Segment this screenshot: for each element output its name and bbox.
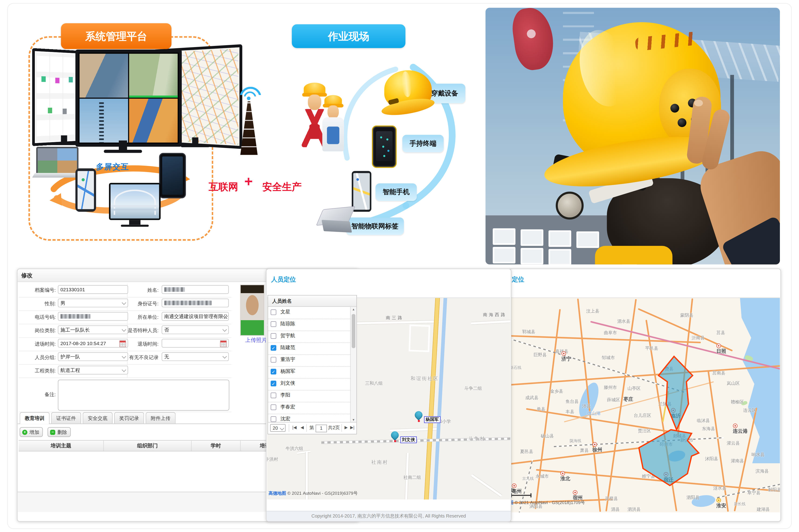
page-number-input[interactable]: 1 xyxy=(316,424,327,432)
list-item[interactable]: 陆琼陈 xyxy=(268,319,350,331)
person-checkbox[interactable] xyxy=(270,357,276,363)
person-name: 董浩宇 xyxy=(281,356,295,363)
window xyxy=(549,230,571,247)
form-select[interactable]: 男 xyxy=(58,299,128,307)
map-label: 三和八组 xyxy=(365,381,383,387)
device-label-bar: 智能物联网标签 xyxy=(346,217,404,235)
person-name: 陆建范 xyxy=(281,344,295,351)
list-item[interactable]: ✓杨国军 xyxy=(268,366,350,379)
column-header: 培训主题 xyxy=(19,441,104,451)
field-value: 否 xyxy=(164,327,169,332)
tab-证书证件[interactable]: 证书证件 xyxy=(51,412,81,424)
list-item[interactable]: 李阳 xyxy=(268,390,350,402)
person-name: 杨国军 xyxy=(281,368,295,375)
scrollbar[interactable]: ▲ ▼ xyxy=(350,307,357,423)
list-item[interactable]: 沈宏 xyxy=(268,414,350,422)
worksite-banner: 作业现场 xyxy=(292,24,405,48)
phone-icon xyxy=(76,169,96,212)
person-checkbox[interactable] xyxy=(270,416,276,422)
monitor-base xyxy=(104,150,142,153)
list-item[interactable]: ✓陆建范 xyxy=(268,343,350,355)
list-item[interactable]: 李春宏 xyxy=(268,402,350,414)
form-masked-input[interactable] xyxy=(162,299,229,307)
form-select[interactable]: 南通交通建设项目管理有限公司 xyxy=(162,312,229,321)
form-date-input[interactable] xyxy=(162,339,229,348)
pin-label[interactable]: 刘文侠 xyxy=(400,436,417,443)
person-checkbox[interactable]: ✓ xyxy=(270,345,276,351)
person-photo xyxy=(240,285,265,336)
person-checkbox[interactable] xyxy=(270,321,276,327)
form-masked-input[interactable] xyxy=(162,285,229,294)
person-name: 李阳 xyxy=(281,392,290,399)
monitor-stand xyxy=(61,135,67,142)
map-label: 社南二组 xyxy=(403,475,421,481)
helmet-photo xyxy=(486,8,780,265)
person-checkbox[interactable]: ✓ xyxy=(270,369,276,375)
upload-photo-link[interactable]: 上传照片 xyxy=(245,337,267,344)
map-attribution: 高德地图 © 2021 AutoNavi - GS(2018)1709号 xyxy=(510,500,585,506)
prev-page-button[interactable]: ◀ xyxy=(301,425,304,430)
calendar-icon[interactable] xyxy=(220,340,227,347)
tab-安全交底[interactable]: 安全交底 xyxy=(83,412,113,424)
calendar-icon[interactable] xyxy=(119,340,126,347)
form-row: 人员分组:护岸一队有无不良记录无 xyxy=(19,351,231,365)
divider xyxy=(341,424,342,432)
form-input[interactable]: 021330101 xyxy=(58,285,128,294)
map-label: 牛洪六组 xyxy=(286,446,303,452)
list-rows: 文星陆琼陈贺宇航✓陆建范董浩宇✓杨国军✓刘文侠李阳李春宏沈宏 xyxy=(268,307,350,423)
form-select[interactable]: 否 xyxy=(162,325,229,334)
list-item[interactable]: ✓刘文侠 xyxy=(268,378,350,391)
map-pin[interactable] xyxy=(413,410,424,420)
person-checkbox[interactable] xyxy=(270,404,276,410)
column-header: 组织部门 xyxy=(104,441,192,451)
personnel-locating-panel: 人员定位 南三路南海西路三和八组和谊街社区斗争二组组三和小学社南村牛洪六组牛洪村… xyxy=(266,269,512,522)
list-item[interactable]: 贺宇航 xyxy=(268,331,350,343)
minus-icon: − xyxy=(50,430,55,435)
scroll-thumb[interactable] xyxy=(351,314,355,348)
map-label: 和谊街社区 xyxy=(411,375,439,382)
form-row: 档案编号:021330101姓名: xyxy=(19,284,231,298)
scroll-down-icon[interactable]: ▼ xyxy=(351,418,356,421)
form-masked-input[interactable] xyxy=(58,312,128,321)
first-page-button[interactable]: |◀ xyxy=(292,425,297,430)
pin-label[interactable]: 杨国军 xyxy=(424,416,440,423)
form-row: 工程类别:航道工程 xyxy=(19,364,231,378)
list-item[interactable]: 文星 xyxy=(268,307,350,319)
list-item[interactable]: 董浩宇 xyxy=(268,355,350,367)
window xyxy=(549,249,571,264)
person-checkbox[interactable] xyxy=(270,393,276,398)
last-page-button[interactable]: ▶| xyxy=(350,425,355,430)
window xyxy=(520,248,544,265)
delete-button[interactable]: −删除 xyxy=(47,427,71,437)
road xyxy=(471,474,502,497)
form-row: 电话号码:所在单位:南通交通建设项目管理有限公司 xyxy=(19,310,231,324)
masked-value xyxy=(164,287,185,292)
form-select[interactable]: 航道工程 xyxy=(58,366,128,375)
monitor-base xyxy=(181,145,210,147)
page-size-select[interactable]: 20 xyxy=(270,424,285,432)
field-value: 航道工程 xyxy=(60,367,80,373)
person-checkbox[interactable]: ✓ xyxy=(270,381,276,386)
tab-教育培训[interactable]: 教育培训 xyxy=(20,412,50,424)
next-page-button[interactable]: ▶ xyxy=(344,425,348,430)
region-map[interactable]: 汶上县泗水县蒙阴县郓城县曲阜市沂南县莒县嘉祥县济宁巨野县邹城市平邑县日照新石线费… xyxy=(510,298,780,512)
person-name: 刘文侠 xyxy=(281,380,295,387)
form-select[interactable]: 无 xyxy=(162,352,229,361)
tab-附件上传[interactable]: 附件上传 xyxy=(146,412,176,424)
fingernail xyxy=(694,100,703,107)
field-value: 男 xyxy=(60,300,65,306)
form-select[interactable]: 护岸一队 xyxy=(58,352,128,361)
form-date-input[interactable]: 2017-08-20 10:54:27 xyxy=(58,339,128,348)
person-checkbox[interactable] xyxy=(270,333,276,339)
geofence-polygons[interactable] xyxy=(510,298,780,512)
field-value: 2017-08-20 10:54:27 xyxy=(60,340,106,346)
person-checkbox[interactable] xyxy=(270,309,276,315)
road xyxy=(471,320,510,325)
form-select[interactable]: 施工一队队长 xyxy=(58,325,128,334)
remark-textarea[interactable] xyxy=(58,380,229,411)
tab-奖罚记录[interactable]: 奖罚记录 xyxy=(114,412,144,424)
add-button[interactable]: +增加 xyxy=(20,427,43,437)
scroll-up-icon[interactable]: ▲ xyxy=(351,308,356,311)
platform-banner: 系统管理平台 xyxy=(61,23,171,49)
column-header: 学时 xyxy=(192,441,241,451)
